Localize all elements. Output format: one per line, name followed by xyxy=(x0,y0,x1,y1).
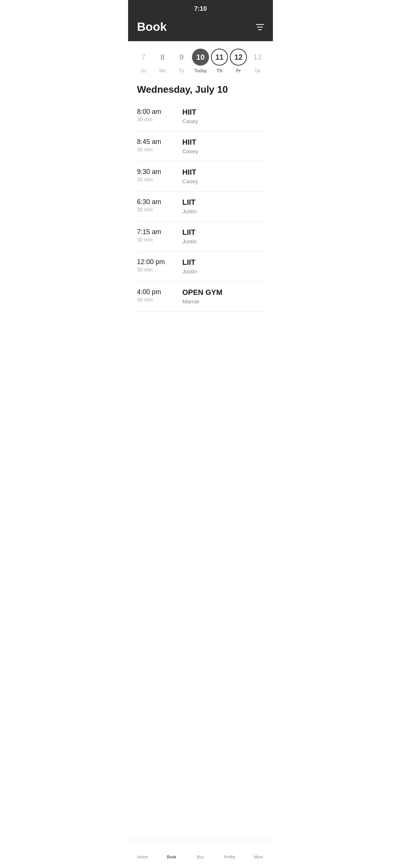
class-list: 8:00 am 30 min HIIT Casey 8:45 am 30 min… xyxy=(128,101,273,312)
time-main-4: 7:15 am xyxy=(137,228,178,236)
class-instructor-4: Justin xyxy=(182,238,264,244)
day-label-fr: Fr xyxy=(236,68,241,73)
time-duration-5: 30 min xyxy=(137,267,178,273)
class-item-2[interactable]: 9:30 am 30 min HIIT Casey xyxy=(137,161,264,191)
class-item-4[interactable]: 7:15 am 30 min LIIT Justin xyxy=(137,221,264,251)
day-number-9: 9 xyxy=(173,49,190,66)
class-info-3: LIIT Justin xyxy=(182,198,264,214)
day-label-mo: Mo xyxy=(159,68,166,73)
class-instructor-2: Casey xyxy=(182,178,264,184)
class-name-3: LIIT xyxy=(182,198,264,207)
time-main-6: 4:00 pm xyxy=(137,288,178,296)
day-label-sa: Sa xyxy=(254,68,260,73)
day-label-su: Su xyxy=(141,68,147,73)
calendar-day-fr[interactable]: 12 Fr xyxy=(230,49,247,73)
class-name-1: HIIT xyxy=(182,138,264,147)
time-duration-2: 30 min xyxy=(137,177,178,183)
class-item-3[interactable]: 6:30 am 30 min LIIT Justin xyxy=(137,191,264,221)
time-main-0: 8:00 am xyxy=(137,108,178,116)
time-duration-3: 30 min xyxy=(137,207,178,213)
time-duration-4: 30 min xyxy=(137,237,178,243)
calendar-day-su[interactable]: 7 Su xyxy=(135,49,152,73)
day-number-8: 8 xyxy=(154,49,171,66)
time-main-5: 12:00 pm xyxy=(137,258,178,266)
calendar-day-tu[interactable]: 9 Tu xyxy=(173,49,190,73)
time-main-2: 9:30 am xyxy=(137,168,178,176)
calendar-strip: 7 Su 8 Mo 9 Tu 10 Today 11 Th 12 Fr 13 S… xyxy=(128,41,273,81)
class-item-5[interactable]: 12:00 pm 30 min LIIT Justin xyxy=(137,251,264,282)
class-time-3: 6:30 am 30 min xyxy=(137,198,178,213)
day-number-12: 12 xyxy=(230,49,247,66)
class-time-2: 9:30 am 30 min xyxy=(137,168,178,183)
class-name-4: LIIT xyxy=(182,228,264,237)
class-name-0: HIIT xyxy=(182,108,264,116)
filter-button[interactable] xyxy=(256,24,264,30)
class-time-1: 8:45 am 30 min xyxy=(137,138,178,152)
class-name-6: OPEN GYM xyxy=(182,288,264,297)
class-info-4: LIIT Justin xyxy=(182,228,264,244)
status-time: 7:10 xyxy=(194,5,207,12)
filter-line-1 xyxy=(256,24,264,25)
class-name-5: LIIT xyxy=(182,258,264,267)
filter-line-3 xyxy=(258,29,262,30)
page-title: Book xyxy=(137,20,167,34)
time-duration-1: 30 min xyxy=(137,147,178,152)
calendar-day-mo[interactable]: 8 Mo xyxy=(154,49,171,73)
day-number-10: 10 xyxy=(192,49,209,66)
class-instructor-5: Justin xyxy=(182,268,264,274)
class-time-4: 7:15 am 30 min xyxy=(137,228,178,243)
day-label-today: Today xyxy=(194,68,207,73)
class-item-6[interactable]: 4:00 pm 30 min OPEN GYM Marnie xyxy=(137,282,264,312)
class-time-6: 4:00 pm 30 min xyxy=(137,288,178,303)
class-time-0: 8:00 am 30 min xyxy=(137,108,178,122)
class-info-1: HIIT Casey xyxy=(182,138,264,154)
day-label-tu: Tu xyxy=(179,68,184,73)
class-instructor-1: Casey xyxy=(182,148,264,154)
class-instructor-0: Casey xyxy=(182,118,264,124)
day-number-13: 13 xyxy=(249,49,266,66)
day-number-7: 7 xyxy=(135,49,152,66)
calendar-day-today[interactable]: 10 Today xyxy=(192,49,209,73)
class-info-5: LIIT Justin xyxy=(182,258,264,274)
status-bar: 7:10 xyxy=(128,0,273,16)
time-duration-6: 30 min xyxy=(137,297,178,303)
time-main-1: 8:45 am xyxy=(137,138,178,146)
class-item-1[interactable]: 8:45 am 30 min HIIT Casey xyxy=(137,131,264,161)
class-info-0: HIIT Casey xyxy=(182,108,264,124)
day-label-th: Th xyxy=(217,68,222,73)
class-name-2: HIIT xyxy=(182,168,264,177)
class-instructor-6: Marnie xyxy=(182,298,264,305)
filter-line-2 xyxy=(257,27,263,27)
time-main-3: 6:30 am xyxy=(137,198,178,206)
main-content: 7 Su 8 Mo 9 Tu 10 Today 11 Th 12 Fr 13 S… xyxy=(128,41,273,349)
class-item-0[interactable]: 8:00 am 30 min HIIT Casey xyxy=(137,101,264,131)
class-instructor-3: Justin xyxy=(182,208,264,214)
class-info-2: HIIT Casey xyxy=(182,168,264,184)
day-number-11: 11 xyxy=(211,49,228,66)
date-heading: Wednesday, July 10 xyxy=(128,81,273,101)
calendar-day-sa[interactable]: 13 Sa xyxy=(249,49,266,73)
time-duration-0: 30 min xyxy=(137,116,178,122)
calendar-day-th[interactable]: 11 Th xyxy=(211,49,228,73)
header: Book xyxy=(128,16,273,41)
class-info-6: OPEN GYM Marnie xyxy=(182,288,264,305)
class-time-5: 12:00 pm 30 min xyxy=(137,258,178,273)
